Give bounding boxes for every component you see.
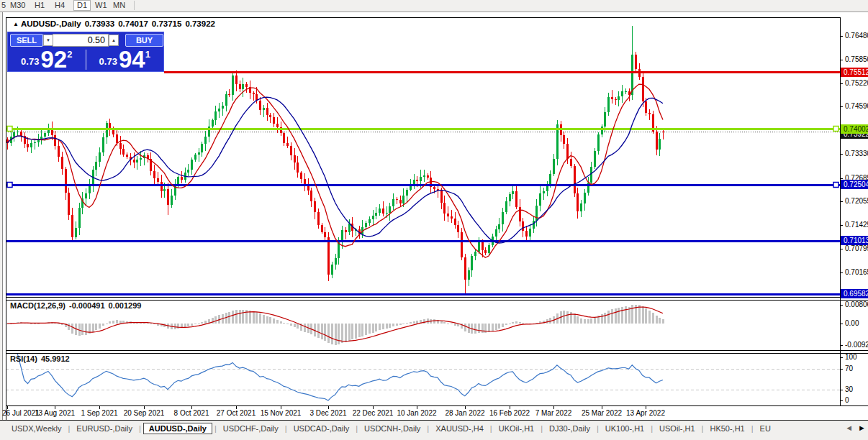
ohlc-high: 0.74017 — [118, 19, 148, 28]
timeframe-button-5[interactable]: 5 — [1, 1, 6, 10]
chart-tab-HK50-H1[interactable]: HK50-,H1 — [705, 423, 749, 434]
chart-tab-USDCHF-Daily[interactable]: USDCHF-,Daily — [219, 423, 283, 434]
date-label-16-Feb-2022: 16 Feb 2022 — [489, 409, 530, 417]
tab-separator: | — [425, 424, 431, 433]
ohlc-low: 0.73715 — [152, 19, 182, 28]
tab-separator: | — [137, 424, 143, 433]
chart-tab-UKOil-H1[interactable]: UKOil-,H1 — [494, 423, 539, 434]
price-tick-0.73330: 0.73330 — [845, 150, 868, 158]
macd-signal-value: 0.001299 — [109, 301, 142, 310]
rsi-tick-0: 0 — [845, 396, 849, 405]
timeframe-button-D1[interactable]: D1 — [73, 0, 91, 11]
macd-tick-0.00: 0.00 — [845, 319, 859, 328]
chart-tab-USOil-H1[interactable]: USOil-,H1 — [655, 423, 700, 434]
buy-price-head: 0.73 — [99, 56, 117, 67]
tab-separator: | — [212, 424, 219, 433]
chart-tab-USDCNH-Daily[interactable]: USDCNH-,Daily — [360, 423, 425, 434]
date-label-25-Mar-2022: 25 Mar 2022 — [582, 409, 622, 417]
sell-price-pips: 92 — [40, 50, 67, 70]
tabs-scroll-right-icon[interactable]: ► — [858, 423, 866, 432]
ohlc-open: 0.73933 — [85, 19, 115, 28]
macd-tick-0.008062: 0.008062 — [845, 301, 868, 309]
ohlc-close: 0.73922 — [185, 19, 215, 28]
chart-tab-XAUUSD-H4[interactable]: XAUUSD-,H4 — [431, 423, 488, 434]
chart-tab-USDX-Weekly[interactable]: USDX,Weekly — [7, 423, 65, 434]
date-label-3-Dec-2021: 3 Dec 2021 — [309, 409, 346, 417]
price-tick-0.71425: 0.71425 — [845, 221, 868, 229]
timeframe-button-H1[interactable]: H1 — [35, 1, 45, 10]
macd-indicator-label: MACD(12,26,9)-0.0004910.001299 — [10, 301, 145, 310]
date-label-1-Sep-2021: 1 Sep 2021 — [81, 409, 117, 417]
timeframe-toolbar: 5M30H1H4D1W1MN — [0, 0, 868, 12]
symbol-period-label: AUDUSD-,Daily — [21, 19, 81, 28]
price-badge-0.72504: 0.72504 — [841, 180, 868, 189]
one-click-trading-panel: SELL ▼ ▲ BUY 0.73 92 2 0.73 94 1 — [7, 32, 164, 72]
chart-tab-AUDUSD-Daily[interactable]: AUDUSD-,Daily — [143, 423, 212, 434]
buy-button[interactable]: BUY — [125, 34, 163, 47]
date-label-10-Jan-2022: 10 Jan 2022 — [397, 409, 436, 417]
rsi-tick-70: 70 — [845, 365, 853, 373]
chart-tabs: USDX,Weekly|EURUSD-,Daily|AUDUSD-,Daily|… — [7, 421, 775, 436]
timeframe-button-H4[interactable]: H4 — [55, 1, 65, 10]
sell-price-frac: 2 — [67, 49, 72, 60]
chart-tab-EURUSD-Daily[interactable]: EURUSD-,Daily — [72, 423, 137, 434]
sell-button[interactable]: SELL — [10, 34, 43, 47]
chart-tab-EU[interactable]: EU — [756, 423, 775, 434]
buy-price-frac: 1 — [145, 49, 150, 60]
trade-prices-row: 0.73 92 2 0.73 94 1 — [8, 48, 163, 71]
price-badge-0.71013: 0.71013 — [841, 236, 868, 245]
volume-decrease-button[interactable]: ▼ — [43, 35, 53, 46]
collapse-arrow-icon[interactable]: ▲ — [13, 21, 19, 27]
tab-separator: | — [65, 424, 72, 433]
date-label-8-Oct-2021: 8 Oct 2021 — [174, 409, 209, 417]
rsi-indicator-label: RSI(14)45.9912 — [10, 354, 73, 363]
date-label-13-Aug-2021: 13 Aug 2021 — [35, 409, 75, 417]
date-label-7-Mar-2022: 7 Mar 2022 — [535, 409, 572, 417]
price-tick-0.76480: 0.76480 — [845, 32, 868, 40]
rsi-value: 45.9912 — [41, 354, 70, 363]
date-label-13-Apr-2022: 13 Apr 2022 — [626, 409, 665, 417]
price-tick-0.70795: 0.70795 — [845, 244, 868, 253]
price-badge-0.74002: 0.74002 — [841, 124, 868, 134]
price-badge-0.75512: 0.75512 — [841, 68, 868, 77]
macd-tick--0.00928: -0.00928 — [845, 341, 868, 349]
price-badge-0.69582: 0.69582 — [841, 289, 868, 298]
buy-price-pips: 94 — [119, 50, 145, 70]
date-axis[interactable]: 26 Jul 202113 Aug 20211 Sep 202120 Sep 2… — [0, 409, 868, 419]
rsi-name: RSI(14) — [10, 354, 37, 363]
tabs-scroll-left-icon[interactable]: ◄ — [845, 423, 853, 432]
tab-separator: | — [648, 424, 655, 433]
price-tick-0.74590: 0.74590 — [845, 102, 868, 111]
rsi-tick-100: 100 — [845, 353, 857, 362]
date-label-22-Dec-2021: 22 Dec 2021 — [353, 409, 394, 417]
terminal-window: 5M30H1H4D1W1MN ▲AUDUSD-,Daily0.739330.74… — [0, 0, 868, 440]
buy-price[interactable]: 0.73 94 1 — [86, 48, 164, 71]
price-tick-0.72055: 0.72055 — [845, 197, 868, 206]
sell-price-head: 0.73 — [21, 56, 39, 67]
timeframe-button-MN[interactable]: MN — [113, 1, 125, 10]
timeframe-button-W1[interactable]: W1 — [95, 1, 107, 10]
date-label-20-Sep-2021: 20 Sep 2021 — [124, 409, 165, 417]
chart-tabs-bar: USDX,Weekly|EURUSD-,Daily|AUDUSD-,Daily|… — [0, 420, 868, 436]
tab-separator: | — [700, 424, 706, 433]
price-tick-0.70165: 0.70165 — [845, 268, 868, 277]
macd-name: MACD(12,26,9) — [10, 301, 65, 310]
date-label-28-Jan-2022: 28 Jan 2022 — [445, 409, 484, 417]
tab-separator: | — [749, 424, 756, 433]
chart-tab-USDCAD-Daily[interactable]: USDCAD-,Daily — [289, 423, 354, 434]
volume-input[interactable] — [53, 34, 109, 47]
tab-separator: | — [488, 424, 494, 433]
chart-tab-UK100-H1[interactable]: UK100-,H1 — [601, 423, 648, 434]
tab-separator: | — [353, 424, 360, 433]
volume-increase-button[interactable]: ▲ — [109, 35, 119, 46]
price-axis[interactable]: 0.764800.758500.752200.745900.733300.726… — [841, 0, 868, 440]
price-tick-0.75850: 0.75850 — [845, 55, 868, 64]
price-tick-0.75220: 0.75220 — [845, 79, 868, 88]
tab-separator: | — [595, 424, 601, 433]
date-label-27-Oct-2021: 27 Oct 2021 — [217, 409, 256, 417]
chart-tab-DJ30-Daily[interactable]: DJ30-,Daily — [545, 423, 595, 434]
date-label-15-Nov-2021: 15 Nov 2021 — [261, 409, 302, 417]
chart-window-background — [2, 12, 868, 420]
sell-price[interactable]: 0.73 92 2 — [8, 48, 86, 71]
timeframe-button-M30[interactable]: M30 — [10, 1, 25, 10]
